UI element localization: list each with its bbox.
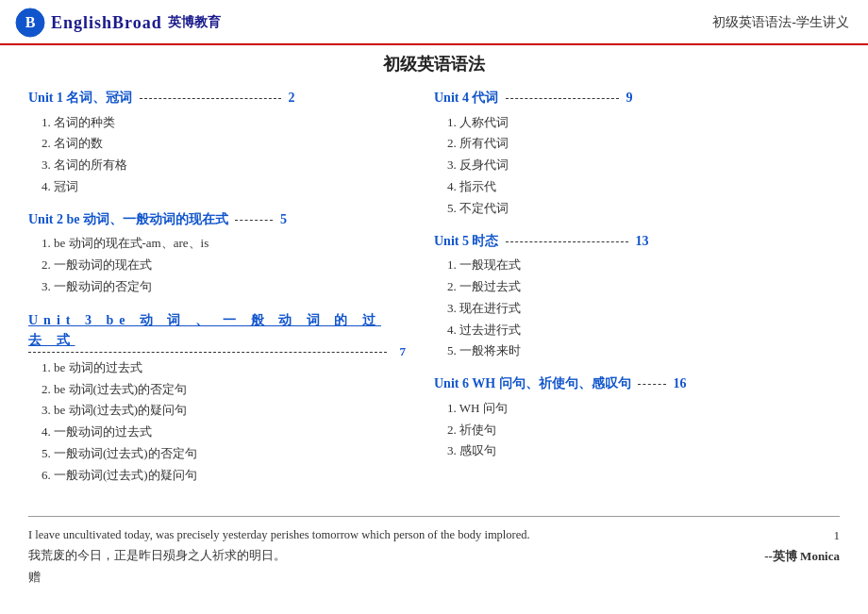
- list-item: 名词的数: [42, 134, 406, 154]
- footer-attribution: --英博 Monica: [764, 545, 840, 567]
- list-item: 一般将来时: [447, 341, 811, 361]
- unit4-title: Unit 4 代词 9: [434, 89, 811, 108]
- logo-english: EnglishBroad: [51, 13, 162, 33]
- list-item: 一般动词的过去式: [42, 423, 406, 442]
- page-title: 初级英语语法: [28, 53, 840, 75]
- unit6-items: WH 问句 祈使句 感叹句: [434, 399, 811, 461]
- list-item: 过去进行式: [447, 321, 811, 340]
- unit3-title: Unit 3 be 动 词 、 一 般 动 词 的 过 去 式: [28, 310, 406, 350]
- unit3-items: be 动词的过去式 be 动词(过去式)的否定句 be 动词(过去式)的疑问句 …: [28, 358, 406, 486]
- unit4-block: Unit 4 代词 9 人称代词 所有代词 反身代词 指示代 不定代词: [434, 89, 811, 219]
- right-column: Unit 4 代词 9 人称代词 所有代词 反身代词 指示代 不定代词 Unit…: [425, 89, 811, 499]
- unit1-items: 名词的种类 名词的数 名词的所有格 冠词: [28, 113, 406, 197]
- list-item: 祈使句: [447, 421, 811, 440]
- unit4-items: 人称代词 所有代词 反身代词 指示代 不定代词: [434, 113, 811, 219]
- header-subtitle: 初级英语语法-学生讲义: [712, 14, 849, 31]
- logo-area: B EnglishBroad 英博教育: [15, 8, 221, 38]
- list-item: 反身代词: [447, 156, 811, 175]
- unit2-title: Unit 2 be 动词、一般动词的现在式 5: [28, 210, 406, 229]
- svg-text:B: B: [25, 14, 36, 30]
- page-number: 1: [834, 524, 841, 546]
- list-item: 一般过去式: [447, 277, 811, 297]
- logo-icon: B: [15, 8, 45, 38]
- list-item: 指示代: [447, 177, 811, 197]
- list-item: 名词的所有格: [42, 156, 406, 175]
- footer-quote-cn-row: 我荒废的今日，正是昨日殒身之人祈求的明日。 --英博 Monica: [28, 545, 840, 567]
- list-item: 名词的种类: [42, 113, 406, 133]
- unit5-block: Unit 5 时态 13 一般现在式 一般过去式 现在进行式 过去进行式 一般将…: [434, 232, 811, 362]
- left-column: Unit 1 名词、冠词 2 名词的种类 名词的数 名词的所有格 冠词 Unit…: [28, 89, 425, 499]
- list-item: be 动词(过去式)的否定句: [42, 380, 406, 400]
- list-item: 现在进行式: [447, 299, 811, 319]
- list-item: be 动词的过去式: [42, 358, 406, 378]
- list-item: WH 问句: [447, 399, 811, 419]
- footer: 1 I leave uncultivated today, was precis…: [28, 516, 840, 589]
- unit5-title: Unit 5 时态 13: [434, 232, 811, 251]
- list-item: 一般动词(过去式)的疑问句: [42, 466, 406, 486]
- unit2-block: Unit 2 be 动词、一般动词的现在式 5 be 动词的现在式-am、are…: [28, 210, 406, 297]
- list-item: 一般动词的否定句: [42, 277, 406, 297]
- unit6-block: Unit 6 WH 问句、祈使句、感叹句 16 WH 问句 祈使句 感叹句: [434, 374, 811, 461]
- unit3-block: Unit 3 be 动 词 、 一 般 动 词 的 过 去 式 7 be 动词的…: [28, 310, 406, 486]
- footer-quote-cn: 我荒废的今日，正是昨日殒身之人祈求的明日。: [28, 545, 286, 567]
- list-item: 感叹句: [447, 441, 811, 461]
- list-item: 冠词: [42, 177, 406, 197]
- logo-chinese: 英博教育: [168, 14, 221, 31]
- page-header: B EnglishBroad 英博教育 初级英语语法-学生讲义: [0, 0, 868, 45]
- list-item: 一般动词的现在式: [42, 256, 406, 275]
- list-item: 不定代词: [447, 199, 811, 219]
- list-item: be 动词的现在式-am、are、is: [42, 234, 406, 254]
- unit6-title: Unit 6 WH 问句、祈使句、感叹句 16: [434, 374, 811, 393]
- main-content: 初级英语语法 Unit 1 名词、冠词 2 名词的种类 名词的数 名词的所有格 …: [0, 45, 868, 508]
- list-item: 所有代词: [447, 134, 811, 154]
- unit5-items: 一般现在式 一般过去式 现在进行式 过去进行式 一般将来时: [434, 256, 811, 361]
- list-item: 人称代词: [447, 113, 811, 133]
- list-item: 一般现在式: [447, 256, 811, 275]
- unit2-items: be 动词的现在式-am、are、is 一般动词的现在式 一般动词的否定句: [28, 234, 406, 296]
- list-item: be 动词(过去式)的疑问句: [42, 401, 406, 421]
- footer-donate: 赠: [28, 567, 840, 589]
- unit1-block: Unit 1 名词、冠词 2 名词的种类 名词的数 名词的所有格 冠词: [28, 89, 406, 197]
- list-item: 一般动词(过去式)的否定句: [42, 444, 406, 464]
- footer-quote-en: I leave uncultivated today, was precisel…: [28, 524, 840, 546]
- content-columns: Unit 1 名词、冠词 2 名词的种类 名词的数 名词的所有格 冠词 Unit…: [28, 89, 840, 499]
- unit1-title: Unit 1 名词、冠词 2: [28, 89, 406, 108]
